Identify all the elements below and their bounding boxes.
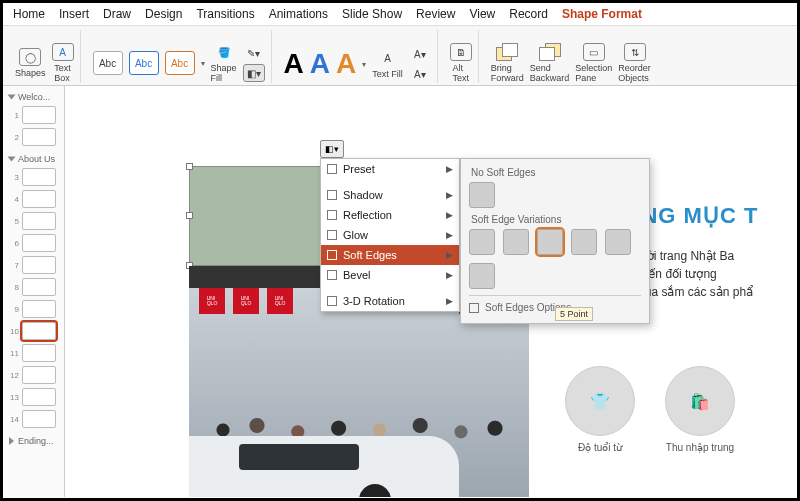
section-ending[interactable]: Ending... — [3, 430, 64, 448]
thumb-2[interactable] — [22, 128, 56, 146]
bring-forward-button[interactable]: Bring Forward — [491, 43, 524, 83]
thumb-5[interactable] — [22, 212, 56, 230]
tab-home[interactable]: Home — [13, 7, 45, 21]
wordart-style-3[interactable]: A — [336, 48, 356, 80]
tab-insert[interactable]: Insert — [59, 7, 89, 21]
soft-edge-none[interactable] — [469, 182, 495, 208]
chevron-down-icon — [8, 157, 16, 162]
ribbon-tabs: Home Insert Draw Design Transitions Anim… — [3, 3, 797, 26]
tab-shape-format[interactable]: Shape Format — [562, 7, 642, 21]
soft-edge-1pt[interactable] — [469, 229, 495, 255]
group-insert: ◯ Shapes A Text Box — [9, 30, 81, 83]
fx-soft-edges[interactable]: Soft Edges▶ — [321, 245, 459, 265]
group-alt-text: 🗎 Alt Text — [444, 30, 479, 83]
bucket-icon: 🪣 — [213, 43, 235, 61]
shapes-icon: ◯ — [19, 48, 41, 66]
selection-pane-button[interactable]: ▭ Selection Pane — [575, 43, 612, 83]
fx-reflection[interactable]: Reflection▶ — [321, 205, 459, 225]
text-outline-button[interactable]: A▾ — [409, 45, 431, 63]
soft-edge-5pt[interactable] — [537, 229, 563, 255]
soft-edge-50pt[interactable] — [469, 263, 495, 289]
shape-effects-menu: Preset▶ Shadow▶ Reflection▶ Glow▶ Soft E… — [320, 158, 460, 312]
soft-edge-10pt[interactable] — [571, 229, 597, 255]
alt-text-icon: 🗎 — [450, 43, 472, 61]
shapes-button[interactable]: ◯ Shapes — [15, 48, 46, 78]
group-wordart: A A A ▾ A Text Fill A▾ A▾ — [278, 30, 438, 83]
thumb-4[interactable] — [22, 190, 56, 208]
shape-style-3[interactable]: Abc — [165, 51, 195, 75]
chevron-right-icon — [9, 437, 14, 445]
thumb-1[interactable] — [22, 106, 56, 124]
tab-review[interactable]: Review — [416, 7, 455, 21]
main-area: Welco... 1 2 About Us 3 4 5 6 7 8 9 10 1… — [3, 86, 797, 497]
fx-preset[interactable]: Preset▶ — [321, 159, 459, 179]
thumb-10[interactable] — [22, 322, 56, 340]
slide-thumbnails[interactable]: Welco... 1 2 About Us 3 4 5 6 7 8 9 10 1… — [3, 86, 65, 497]
shape-outline-button[interactable]: ✎▾ — [243, 44, 265, 62]
text-fill-icon: A — [377, 49, 399, 67]
soft-edge-2pt[interactable] — [503, 229, 529, 255]
tooltip: 5 Point — [555, 307, 593, 321]
textbox-button[interactable]: A Text Box — [52, 43, 74, 83]
tab-animations[interactable]: Animations — [269, 7, 328, 21]
tab-record[interactable]: Record — [509, 7, 548, 21]
thumb-9[interactable] — [22, 300, 56, 318]
fx-glow[interactable]: Glow▶ — [321, 225, 459, 245]
text-fill-button[interactable]: A Text Fill — [372, 49, 403, 79]
ribbon: ◯ Shapes A Text Box Abc Abc Abc ▾ 🪣 Shap… — [3, 26, 797, 86]
resize-handle[interactable] — [186, 212, 193, 219]
text-effects-button[interactable]: A▾ — [409, 65, 431, 83]
thumb-12[interactable] — [22, 366, 56, 384]
wordart-more[interactable]: ▾ — [362, 60, 366, 69]
circle-image-1: 👕 — [565, 366, 635, 436]
slide-circles: 👕 Độ tuổi từ 🛍️ Thu nhập trung — [565, 366, 735, 453]
circle-image-2: 🛍️ — [665, 366, 735, 436]
thumb-11[interactable] — [22, 344, 56, 362]
chevron-down-icon — [8, 95, 16, 100]
fx-shadow[interactable]: Shadow▶ — [321, 185, 459, 205]
thumb-7[interactable] — [22, 256, 56, 274]
thumb-13[interactable] — [22, 388, 56, 406]
tab-slideshow[interactable]: Slide Show — [342, 7, 402, 21]
tab-view[interactable]: View — [469, 7, 495, 21]
gallery-header-variations: Soft Edge Variations — [471, 214, 641, 225]
thumb-3[interactable] — [22, 168, 56, 186]
thumb-6[interactable] — [22, 234, 56, 252]
send-backward-icon — [539, 43, 561, 61]
selection-pane-icon: ▭ — [583, 43, 605, 61]
fx-bevel[interactable]: Bevel▶ — [321, 265, 459, 285]
shape-style-more[interactable]: ▾ — [201, 59, 205, 68]
section-welco[interactable]: Welco... — [3, 86, 64, 104]
group-arrange: Bring Forward Send Backward ▭ Selection … — [485, 30, 657, 83]
slide-canvas[interactable]: UNI QLO UNI QLO UNI QLO UNI QLO UNI QLO … — [65, 86, 797, 497]
shape-style-1[interactable]: Abc — [93, 51, 123, 75]
reorder-icon: ⇅ — [624, 43, 646, 61]
group-shape-styles: Abc Abc Abc ▾ 🪣 Shape Fill ✎▾ ◧▾ — [87, 30, 272, 83]
wordart-style-2[interactable]: A — [310, 48, 330, 80]
shape-effects-dropdown[interactable]: ◧▾ — [320, 140, 344, 158]
shape-fill-button[interactable]: 🪣 Shape Fill — [211, 43, 237, 83]
textbox-icon: A — [52, 43, 74, 61]
gallery-header-none: No Soft Edges — [471, 167, 641, 178]
soft-edge-25pt[interactable] — [605, 229, 631, 255]
shape-effects-button[interactable]: ◧▾ — [243, 64, 265, 82]
soft-edges-gallery: No Soft Edges Soft Edge Variations 5 Poi… — [460, 158, 650, 324]
resize-handle[interactable] — [186, 163, 193, 170]
shape-style-2[interactable]: Abc — [129, 51, 159, 75]
thumb-14[interactable] — [22, 410, 56, 428]
tab-design[interactable]: Design — [145, 7, 182, 21]
section-about[interactable]: About Us — [3, 148, 64, 166]
tab-draw[interactable]: Draw — [103, 7, 131, 21]
wordart-style-1[interactable]: A — [284, 48, 304, 80]
thumb-8[interactable] — [22, 278, 56, 296]
send-backward-button[interactable]: Send Backward — [530, 43, 570, 83]
fx-3d-rotation[interactable]: 3-D Rotation▶ — [321, 291, 459, 311]
alt-text-button[interactable]: 🗎 Alt Text — [450, 43, 472, 83]
reorder-objects-button[interactable]: ⇅ Reorder Objects — [618, 43, 651, 83]
tab-transitions[interactable]: Transitions — [196, 7, 254, 21]
bring-forward-icon — [496, 43, 518, 61]
